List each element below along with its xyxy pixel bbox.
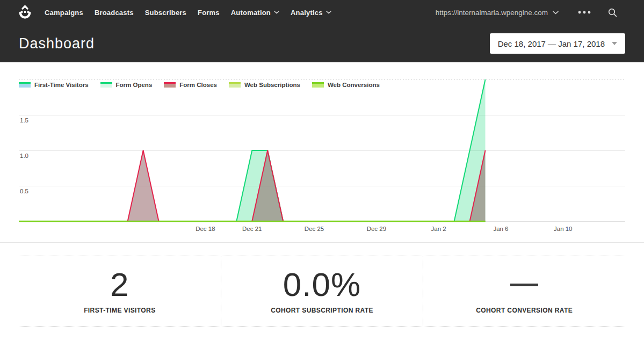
legend-item-web-conversions[interactable]: Web Conversions xyxy=(312,82,380,88)
search-button[interactable] xyxy=(608,8,617,17)
stat-label: COHORT CONVERSION RATE xyxy=(476,307,573,314)
stat-card-cohort-conversion-rate: COHORT CONVERSION RATE xyxy=(423,256,625,326)
stats-summary-row: 2FIRST-TIME VISITORS0.0%COHORT SUBSCRIPT… xyxy=(19,256,625,327)
x-axis-tick-label: Dec 25 xyxy=(305,226,324,232)
legend-item-first-time-visitors[interactable]: First-Time Visitors xyxy=(19,82,89,88)
date-range-label: Dec 18, 2017 — Jan 17, 2018 xyxy=(498,39,605,48)
nav-item-subscribers[interactable]: Subscribers xyxy=(145,9,186,17)
legend-label: First-Time Visitors xyxy=(34,82,89,88)
legend-swatch xyxy=(164,82,176,88)
y-axis-tick-label: 0.5 xyxy=(20,188,28,194)
x-axis-tick-label: Jan 10 xyxy=(554,226,573,232)
analytics-area-chart: 0.51.01.5Dec 18Dec 21Dec 25Dec 29Jan 2Ja… xyxy=(0,62,644,243)
nav-item-automation[interactable]: Automation xyxy=(231,9,279,17)
analytics-chart-section: 0.51.01.5Dec 18Dec 21Dec 25Dec 29Jan 2Ja… xyxy=(0,62,644,243)
stat-label: FIRST-TIME VISITORS xyxy=(84,307,155,314)
legend-label: Form Closes xyxy=(179,82,217,88)
chart-legend: First-Time VisitorsForm OpensForm Closes… xyxy=(19,82,380,88)
stat-card-cohort-subscription-rate: 0.0%COHORT SUBSCRIPTION RATE xyxy=(221,256,423,326)
caret-down-icon xyxy=(612,42,617,45)
main-nav-list: CampaignsBroadcastsSubscribersFormsAutom… xyxy=(45,9,331,17)
x-axis-tick-label: Dec 29 xyxy=(367,226,386,232)
y-axis-tick-label: 1.0 xyxy=(20,153,28,159)
legend-label: Web Conversions xyxy=(328,82,380,88)
nav-item-label: Analytics xyxy=(291,9,323,17)
top-nav: CampaignsBroadcastsSubscribersFormsAutom… xyxy=(0,0,644,25)
stat-value: 0.0% xyxy=(283,268,361,301)
dash-placeholder-value xyxy=(510,284,538,286)
nav-item-label: Campaigns xyxy=(45,9,83,17)
nav-item-label: Forms xyxy=(198,9,220,17)
page-title: Dashboard xyxy=(19,35,95,52)
search-icon xyxy=(608,8,617,17)
stat-value xyxy=(510,268,538,301)
legend-item-form-closes[interactable]: Form Closes xyxy=(164,82,217,88)
y-axis-tick-label: 1.5 xyxy=(20,117,28,124)
stat-label: COHORT SUBSCRIPTION RATE xyxy=(271,307,373,314)
title-bar: Dashboard Dec 18, 2017 — Jan 17, 2018 xyxy=(0,25,644,62)
legend-label: Form Opens xyxy=(116,82,153,88)
x-axis-tick-label: Dec 21 xyxy=(242,226,262,232)
legend-swatch xyxy=(100,82,112,88)
chevron-down-icon xyxy=(326,11,331,14)
account-url-label: https://internalmaria.wpengine.com xyxy=(436,9,548,17)
stat-value: 2 xyxy=(110,268,129,301)
stat-card-first-time-visitors: 2FIRST-TIME VISITORS xyxy=(19,256,221,326)
nav-item-broadcasts[interactable]: Broadcasts xyxy=(95,9,134,17)
nav-item-label: Subscribers xyxy=(145,9,186,17)
date-range-button[interactable]: Dec 18, 2017 — Jan 17, 2018 xyxy=(490,33,625,54)
account-url-switcher[interactable]: https://internalmaria.wpengine.com xyxy=(436,9,559,17)
convertkit-logo-icon[interactable] xyxy=(16,4,34,21)
more-menu-button[interactable] xyxy=(578,11,591,14)
x-axis-tick-label: Dec 18 xyxy=(196,226,215,232)
legend-item-web-subscriptions[interactable]: Web Subscriptions xyxy=(229,82,300,88)
legend-swatch xyxy=(312,82,324,88)
x-axis-tick-label: Jan 6 xyxy=(493,226,508,232)
legend-label: Web Subscriptions xyxy=(244,82,300,88)
ellipsis-icon xyxy=(578,11,591,14)
chevron-down-icon xyxy=(274,11,279,14)
legend-swatch xyxy=(229,82,241,88)
nav-item-label: Automation xyxy=(231,9,271,17)
nav-item-forms[interactable]: Forms xyxy=(198,9,220,17)
nav-item-campaigns[interactable]: Campaigns xyxy=(45,9,83,17)
chevron-down-icon xyxy=(553,11,559,15)
nav-item-analytics[interactable]: Analytics xyxy=(291,9,331,17)
legend-item-form-opens[interactable]: Form Opens xyxy=(100,82,153,88)
x-axis-tick-label: Jan 2 xyxy=(431,226,446,232)
nav-item-label: Broadcasts xyxy=(95,9,134,17)
app-header: CampaignsBroadcastsSubscribersFormsAutom… xyxy=(0,0,644,62)
legend-swatch xyxy=(19,82,31,88)
